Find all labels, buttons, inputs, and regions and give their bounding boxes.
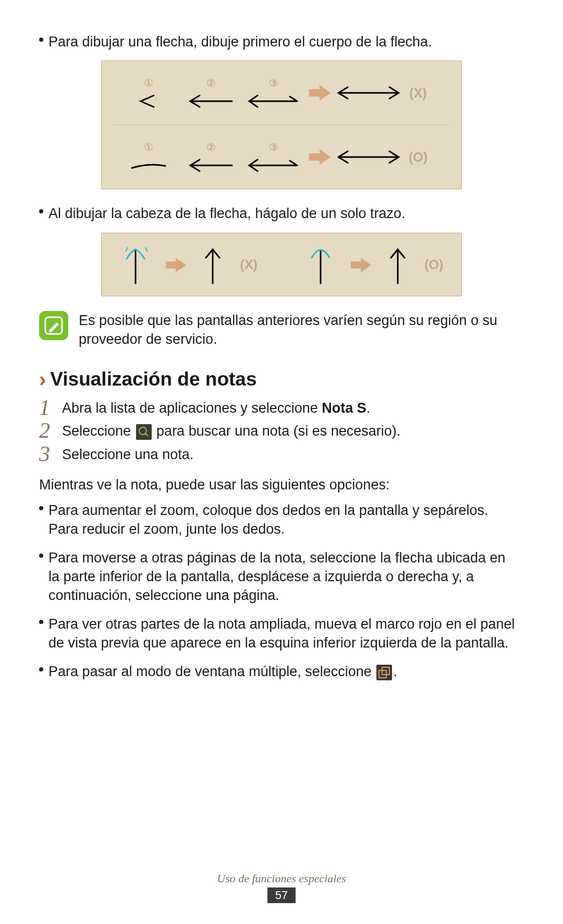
- bullet-text: Para dibujar una flecha, dibuje primero …: [48, 32, 524, 51]
- bullet-dot-icon: [39, 667, 43, 671]
- step-1: 1 Abra la lista de aplicaciones y selecc…: [39, 398, 524, 419]
- multiwindow-icon: [376, 665, 392, 680]
- step-number-3: ③: [269, 77, 278, 89]
- step-2: 2 Seleccione para buscar una nota (si es…: [39, 421, 524, 442]
- result-arrow-icon: [165, 256, 187, 274]
- bullet-dot-icon: [39, 38, 43, 42]
- stroke-line-icon: [128, 158, 169, 173]
- chevron-right-icon: ›: [39, 368, 46, 391]
- page-footer: Uso de funciones especiales 57: [0, 872, 563, 903]
- footer-section-name: Uso de funciones especiales: [0, 872, 563, 885]
- illus-row-wrong: ① ② ③: [102, 61, 461, 125]
- double-arrow-icon: [337, 149, 400, 165]
- option-zoom: Para aumentar el zoom, coloque dos dedos…: [39, 501, 524, 539]
- verdict-wrong: (X): [234, 257, 264, 272]
- document-page: Para dibujar una flecha, dibuje primero …: [0, 0, 563, 924]
- verdict-wrong: (X): [402, 86, 434, 101]
- note-text: Es posible que las pantallas anteriores …: [79, 311, 524, 349]
- bullet-dot-icon: [39, 554, 43, 558]
- bullet-dot-icon: [39, 620, 43, 624]
- stroke-arrow-left-icon: [185, 158, 237, 173]
- double-arrow-icon: [337, 85, 400, 101]
- illus-row-right: ① ② ③: [102, 125, 461, 189]
- arrow-up-icon: [200, 244, 225, 286]
- verdict-right: (O): [419, 257, 449, 272]
- option-text: Para aumentar el zoom, coloque dos dedos…: [48, 501, 524, 539]
- bullet-arrow-body: Para dibujar una flecha, dibuje primero …: [39, 32, 524, 51]
- option-multiwindow: Para pasar al modo de ventana múltiple, …: [39, 662, 524, 681]
- step-number-1: ①: [144, 141, 153, 153]
- illustration-arrow-head: (X) (O): [101, 233, 462, 296]
- result-arrow-icon: [308, 148, 332, 166]
- stroke-arrow-both-icon: [245, 158, 302, 173]
- option-text: Para moverse a otras páginas de la nota,…: [48, 548, 524, 605]
- search-icon: [136, 424, 152, 440]
- step-text: .: [366, 400, 371, 416]
- bullet-text: Al dibujar la cabeza de la flecha, hágal…: [48, 204, 524, 223]
- step-text: Seleccione: [62, 423, 135, 439]
- result-arrow-icon: [308, 84, 332, 102]
- step-text: Abra la lista de aplicaciones y seleccio…: [62, 400, 322, 416]
- stroke-arrow-both-icon: [245, 93, 302, 109]
- step-number-1: ①: [144, 77, 153, 89]
- step-number: 1: [39, 397, 62, 418]
- arrow-up-multistroke-icon: [117, 244, 152, 286]
- bullet-dot-icon: [39, 209, 43, 213]
- stroke-chevron-icon: [130, 93, 167, 109]
- step-number-2: ②: [206, 77, 216, 89]
- option-text: .: [393, 664, 397, 679]
- arrow-up-singlestroke-icon: [302, 244, 337, 286]
- step-text: para buscar una nota (si es necesario).: [153, 423, 401, 439]
- option-pages: Para moverse a otras páginas de la nota,…: [39, 548, 524, 605]
- option-text: Para pasar al modo de ventana múltiple, …: [48, 664, 375, 679]
- section-heading: Visualización de notas: [50, 368, 256, 390]
- step-3: 3 Seleccione una nota.: [39, 444, 524, 465]
- bullet-dot-icon: [39, 506, 43, 510]
- options-intro: Mientras ve la nota, puede usar las sigu…: [39, 475, 524, 494]
- page-number: 57: [267, 887, 296, 903]
- illustration-arrow-body: ① ② ③: [101, 61, 462, 189]
- step-number-2: ②: [206, 141, 216, 153]
- stroke-arrow-left-icon: [185, 93, 237, 109]
- options-list: Para aumentar el zoom, coloque dos dedos…: [39, 501, 524, 681]
- option-preview: Para ver otras partes de la nota ampliad…: [39, 615, 524, 653]
- step-number: 3: [39, 443, 62, 465]
- section-title: › Visualización de notas: [39, 368, 524, 391]
- step-text: Seleccione una nota.: [62, 444, 524, 465]
- note-pen-icon: [39, 311, 68, 340]
- note-callout: Es posible que las pantallas anteriores …: [39, 311, 524, 349]
- result-arrow-icon: [350, 256, 372, 274]
- step-number: 2: [39, 419, 62, 441]
- option-text: Para ver otras partes de la nota ampliad…: [48, 615, 524, 653]
- verdict-right: (O): [402, 150, 434, 165]
- bullet-arrow-head: Al dibujar la cabeza de la flecha, hágal…: [39, 204, 524, 223]
- arrow-up-icon: [385, 244, 410, 286]
- app-name: Nota S: [322, 400, 366, 416]
- step-number-3: ③: [269, 141, 278, 153]
